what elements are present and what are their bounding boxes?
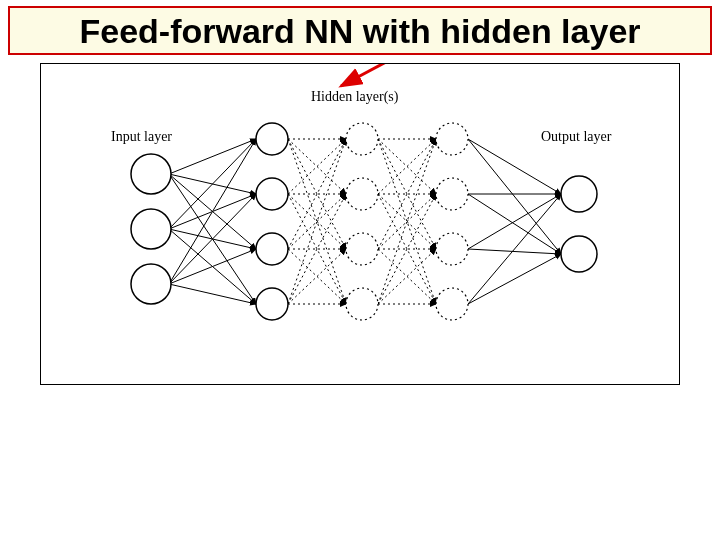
svg-point-59	[346, 123, 378, 155]
nn-diagram: Input layer Hidden layer(s) Output layer	[40, 63, 680, 385]
svg-point-54	[131, 264, 171, 304]
svg-line-9	[169, 194, 256, 284]
svg-point-67	[561, 176, 597, 212]
hidden2-layer-nodes	[346, 123, 378, 320]
output-layer-nodes	[561, 176, 597, 272]
hidden3-layer-nodes	[436, 123, 468, 320]
svg-line-8	[169, 139, 256, 284]
svg-line-48	[468, 194, 561, 249]
svg-line-50	[468, 194, 561, 304]
svg-point-63	[436, 123, 468, 155]
nn-svg	[41, 64, 677, 382]
svg-line-4	[169, 139, 256, 229]
svg-line-51	[468, 254, 561, 304]
svg-line-45	[468, 139, 561, 254]
svg-point-53	[131, 209, 171, 249]
edges-input-h1	[169, 139, 256, 304]
edges-h3-out	[468, 139, 561, 304]
edges-h2-h3	[378, 139, 436, 304]
svg-line-44	[468, 139, 561, 194]
svg-point-62	[346, 288, 378, 320]
input-layer-label: Input layer	[111, 129, 172, 145]
svg-line-47	[468, 194, 561, 254]
svg-point-64	[436, 178, 468, 210]
svg-point-68	[561, 236, 597, 272]
svg-point-52	[131, 154, 171, 194]
svg-line-10	[169, 249, 256, 284]
svg-line-0	[169, 139, 256, 174]
svg-point-65	[436, 233, 468, 265]
svg-point-57	[256, 233, 288, 265]
hidden-layer-label: Hidden layer(s)	[311, 89, 398, 105]
pointer-arrow	[341, 64, 386, 86]
edges-h1-h2	[288, 139, 346, 304]
svg-point-61	[346, 233, 378, 265]
svg-point-60	[346, 178, 378, 210]
page-title: Feed-forward NN with hidden layer	[16, 12, 704, 51]
input-layer-nodes	[131, 154, 171, 304]
svg-point-55	[256, 123, 288, 155]
hidden1-layer-nodes	[256, 123, 288, 320]
svg-point-56	[256, 178, 288, 210]
output-layer-label: Output layer	[541, 129, 611, 145]
svg-point-58	[256, 288, 288, 320]
svg-point-66	[436, 288, 468, 320]
title-box: Feed-forward NN with hidden layer	[8, 6, 712, 55]
svg-line-11	[169, 284, 256, 304]
